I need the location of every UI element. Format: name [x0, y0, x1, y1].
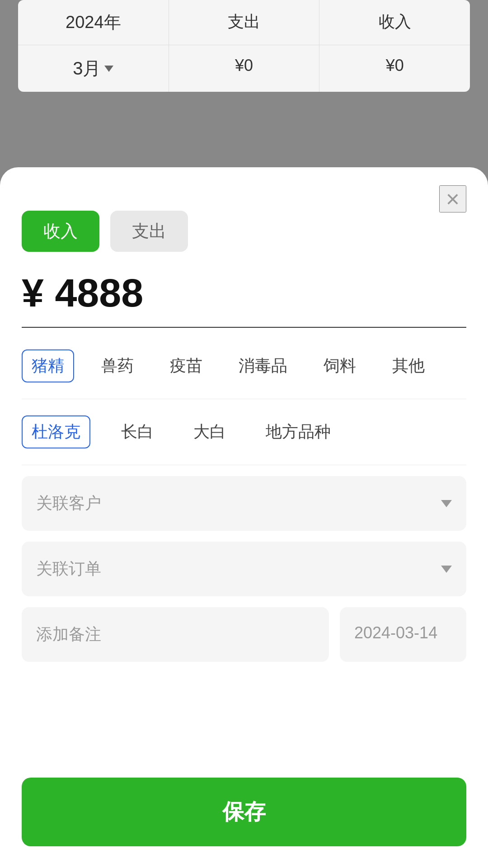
- subcategory-duroc[interactable]: 杜洛克: [22, 415, 90, 448]
- close-button[interactable]: ×: [439, 185, 466, 212]
- customer-dropdown[interactable]: 关联客户: [22, 476, 466, 531]
- note-placeholder: 添加备注: [36, 625, 101, 643]
- income-toggle-button[interactable]: 收入: [22, 211, 99, 252]
- category-row: 猪精 兽药 疫苗 消毒品 饲料 其他: [22, 333, 466, 399]
- category-item-other[interactable]: 其他: [383, 350, 434, 382]
- expense-toggle-button[interactable]: 支出: [110, 211, 188, 252]
- table-header-year: 2024年: [18, 0, 169, 45]
- subcategory-row: 杜洛克 长白 大白 地方品种: [22, 399, 466, 465]
- category-item-feed[interactable]: 饲料: [314, 350, 365, 382]
- table-cell-month[interactable]: 3月: [18, 45, 169, 92]
- subcategory-landrace[interactable]: 长白: [112, 416, 163, 448]
- table-header-expense: 支出: [169, 0, 320, 45]
- order-dropdown-label: 关联订单: [36, 558, 101, 580]
- close-icon: ×: [446, 187, 460, 211]
- category-item-vaccine[interactable]: 疫苗: [161, 350, 211, 382]
- subcategory-yorkshire[interactable]: 大白: [184, 416, 235, 448]
- order-dropdown[interactable]: 关联订单: [22, 542, 466, 596]
- order-chevron-icon: [441, 566, 452, 573]
- date-value: 2024-03-14: [354, 623, 437, 642]
- table-header-row: 2024年 支出 收入: [18, 0, 470, 45]
- month-label: 3月: [73, 56, 101, 81]
- note-field[interactable]: 添加备注: [22, 607, 329, 662]
- table-data-row: 3月 ¥0 ¥0: [18, 45, 470, 92]
- modal-sheet: × 收入 支出 ¥ 4888 猪精 兽药 疫苗 消毒品 饲料 其他 杜洛克 长白…: [0, 167, 488, 868]
- table-cell-expense: ¥0: [169, 45, 320, 92]
- bottom-row: 添加备注 2024-03-14: [22, 607, 466, 662]
- month-dropdown-arrow: [104, 66, 113, 72]
- table-header-income: 收入: [319, 0, 470, 45]
- table-cell-income: ¥0: [319, 45, 470, 92]
- top-table: 2024年 支出 收入 3月 ¥0 ¥0: [18, 0, 470, 92]
- subcategory-local[interactable]: 地方品种: [257, 416, 340, 448]
- category-item-pig[interactable]: 猪精: [22, 349, 74, 382]
- category-item-vet[interactable]: 兽药: [92, 350, 143, 382]
- customer-chevron-icon: [441, 500, 452, 507]
- amount-display: ¥ 4888: [22, 270, 466, 328]
- save-button[interactable]: 保存: [22, 778, 466, 846]
- category-item-disinfect[interactable]: 消毒品: [230, 350, 296, 382]
- customer-dropdown-label: 关联客户: [36, 492, 101, 514]
- toggle-group: 收入 支出: [22, 211, 466, 252]
- date-field[interactable]: 2024-03-14: [340, 607, 466, 662]
